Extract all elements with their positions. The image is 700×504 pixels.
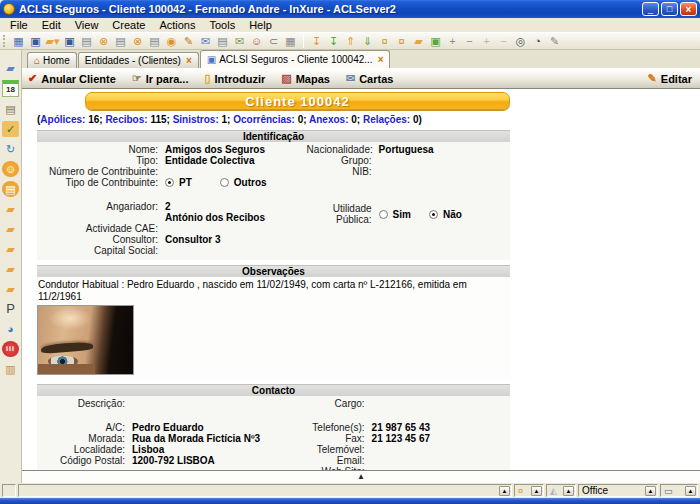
folder-2-icon[interactable]: ▰ — [2, 281, 19, 297]
proxy-dropdown[interactable]: ▲ — [563, 486, 574, 496]
folder-bookmark-icon[interactable]: ▰ — [2, 201, 19, 217]
status-main-dropdown[interactable]: ▲ — [499, 486, 510, 496]
add-icon[interactable]: + — [444, 33, 461, 49]
report-edit-icon[interactable]: ✎ — [546, 33, 563, 49]
remove-all-icon[interactable]: − — [495, 33, 512, 49]
checkin-all-icon[interactable]: ↧ — [325, 33, 342, 49]
ir-para-button[interactable]: ☞ Ir para... — [132, 72, 189, 85]
edit-note-icon[interactable]: ✎ — [180, 33, 197, 49]
card-badge-icon[interactable]: ▤ — [2, 181, 19, 197]
panels-icon[interactable]: ▦ — [10, 33, 27, 49]
coin-icon[interactable]: ◉ — [163, 33, 180, 49]
anular-icon: ✔ — [28, 72, 37, 85]
entity-link[interactable]: Apólices — [40, 114, 88, 125]
p-icon[interactable]: P — [2, 301, 19, 317]
attachment-icon[interactable]: ⊂ — [265, 33, 282, 49]
toolbar: ▦▣▰▾▣▤⊗▤⊗▤◉✎✉▤✉☺⊂▦ ↧↧⇑⇓¤¤▰▣+−+−◎◔✎ — [0, 32, 700, 50]
open-dropdown-icon[interactable]: ▰▾ — [44, 33, 61, 49]
sidebar: ▰18▤✓↻☺▤▰▰▰▰▰P◕iii▥ — [0, 50, 22, 483]
zoom-icon[interactable]: ◔ — [529, 33, 546, 49]
menu-item[interactable]: Tools — [202, 18, 242, 32]
menu-item[interactable]: View — [68, 18, 106, 32]
office-dropdown[interactable]: ▲ — [645, 486, 656, 496]
print-policy-icon[interactable]: ▤ — [146, 33, 163, 49]
group-icon[interactable]: iii — [2, 341, 19, 357]
print-receipt-icon[interactable]: ▤ — [112, 33, 129, 49]
tab-cliente-100042[interactable]: ▣ ACLSI Seguros - Cliente 100042... × — [200, 50, 391, 68]
stats-globe-icon[interactable]: ◕ — [2, 321, 19, 337]
close-button[interactable]: × — [680, 2, 697, 16]
key-go-icon[interactable]: ¤ — [393, 33, 410, 49]
field-tipo-contribuinte: Tipo de Contribuinte: PT Outros — [37, 177, 307, 188]
add-all-icon[interactable]: + — [478, 33, 495, 49]
user-warning-icon[interactable]: ☺ — [248, 33, 265, 49]
tab-close-icon[interactable]: × — [378, 54, 384, 65]
field-tipo: Tipo:Entidade Colectiva — [37, 155, 307, 166]
mail-send-icon[interactable]: ✉ — [197, 33, 214, 49]
tab-close-icon[interactable]: × — [186, 55, 192, 66]
section-title: Contacto — [37, 384, 510, 396]
mapas-button[interactable]: ▨ Mapas — [281, 72, 330, 85]
entity-link[interactable]: Relações — [363, 114, 413, 125]
title-bar: ACLSI Seguros - Cliente 100042 - Fernand… — [0, 0, 700, 18]
cancel-receipt-icon[interactable]: ⊗ — [129, 33, 146, 49]
panel-mail-icon[interactable]: ▰ — [2, 60, 19, 76]
keys-icon[interactable]: ¤ — [376, 33, 393, 49]
folder-data-icon[interactable]: ▰ — [2, 221, 19, 237]
cartas-button[interactable]: ✉ Cartas — [346, 72, 393, 85]
print-letter-icon[interactable]: ▤ — [214, 33, 231, 49]
move-up-icon[interactable]: ⇑ — [342, 33, 359, 49]
radio-sim[interactable] — [379, 210, 388, 219]
save-icon[interactable]: ▣ — [27, 33, 44, 49]
entity-link-group: Sinistros1 — [173, 114, 234, 125]
input-dropdown[interactable]: ▲ — [685, 486, 696, 496]
maps-icon: ▨ — [281, 72, 291, 85]
minimize-button[interactable]: _ — [642, 2, 659, 16]
package-edit-icon[interactable]: ▥ — [2, 361, 19, 377]
menu-item[interactable]: File — [3, 18, 35, 32]
field-ac: A/C:Pedro Eduardo — [37, 422, 307, 433]
sync-icon[interactable]: ↻ — [2, 141, 19, 157]
tab-home[interactable]: ⌂ Home — [27, 52, 77, 68]
entity-link[interactable]: Sinistros — [173, 114, 222, 125]
print-icon[interactable]: ▤ — [78, 33, 95, 49]
folder-web-icon[interactable]: ▰ — [2, 261, 19, 277]
save-all-icon[interactable]: ▣ — [61, 33, 78, 49]
collapse-arrow-icon: ▲ — [357, 472, 365, 481]
radio-nao[interactable] — [429, 210, 438, 219]
introduzir-button[interactable]: ▯ Introduzir — [204, 72, 265, 85]
menu-item[interactable]: Create — [105, 18, 152, 32]
calendar-icon[interactable]: 18 — [2, 80, 19, 97]
collapse-panel-toggle[interactable]: ▲ — [22, 470, 700, 483]
field-grupo: Grupo: — [307, 155, 510, 166]
tab-entidades-clientes[interactable]: Entidades - (Clientes) × — [78, 52, 199, 68]
move-down-icon[interactable]: ⇓ — [359, 33, 376, 49]
proxy-icon: ◭ — [550, 486, 557, 496]
radio-outros[interactable] — [220, 178, 229, 187]
security-dropdown[interactable]: ▲ — [531, 486, 542, 496]
tasks-icon[interactable]: ✓ — [2, 121, 19, 137]
cancel-icon[interactable]: ⊗ — [95, 33, 112, 49]
restore-button[interactable]: □ — [661, 2, 678, 16]
folder-open-icon[interactable]: ▰ — [410, 33, 427, 49]
menu-item[interactable]: Actions — [152, 18, 202, 32]
find-icon[interactable]: ◎ — [512, 33, 529, 49]
folder-icon[interactable]: ▰ — [2, 241, 19, 257]
entity-link[interactable]: Recibos — [105, 114, 150, 125]
window-go-icon[interactable]: ▣ — [427, 33, 444, 49]
menu-item[interactable]: Edit — [35, 18, 68, 32]
menu-item[interactable]: Help — [242, 18, 279, 32]
editar-button[interactable]: ✎ Editar — [648, 72, 692, 85]
radio-pt[interactable] — [165, 178, 174, 187]
contacts-icon[interactable]: ▤ — [2, 101, 19, 117]
entity-link[interactable]: Ocorrências — [233, 114, 297, 125]
anular-cliente-button[interactable]: ✔ Anular Cliente — [28, 72, 116, 85]
mail-edit-icon[interactable]: ✉ — [231, 33, 248, 49]
checkin-icon[interactable]: ↧ — [308, 33, 325, 49]
toolbar-grip[interactable] — [3, 35, 7, 47]
calculator-icon[interactable]: ▦ — [282, 33, 299, 49]
remove-icon[interactable]: − — [461, 33, 478, 49]
user-badge-icon[interactable]: ☺ — [2, 161, 19, 177]
field-nib: NIB: — [307, 166, 510, 177]
entity-link[interactable]: Anexos — [309, 114, 351, 125]
